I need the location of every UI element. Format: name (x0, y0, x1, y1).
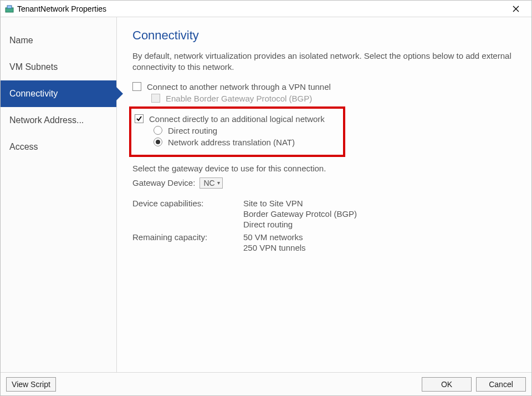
checkbox-icon (151, 94, 160, 103)
ok-button[interactable]: OK (422, 377, 472, 392)
radio-direct-routing[interactable]: Direct routing (135, 126, 337, 135)
page-heading: Connectivity (132, 28, 518, 43)
option-label: Enable Border Gateway Protocol (BGP) (166, 94, 312, 103)
capability-value: Direct routing (243, 220, 357, 229)
capacity-value: 50 VM networks (243, 232, 306, 242)
capacity-value: 250 VPN tunnels (243, 243, 306, 252)
sidebar-item-label: Name (9, 35, 33, 45)
sidebar-item-vm-subnets[interactable]: VM Subnets (1, 54, 116, 80)
option-vpn-tunnel[interactable]: Connect to another network through a VPN… (132, 82, 518, 92)
svg-rect-1 (7, 6, 12, 8)
capability-value: Site to Site VPN (243, 199, 357, 208)
remaining-capacity-values: 50 VM networks 250 VPN tunnels (243, 232, 306, 252)
chevron-down-icon: ▾ (217, 180, 220, 186)
window-title: TenantNetwork Properties (17, 4, 106, 13)
select-value: NC (203, 179, 214, 187)
option-label: Connect to another network through a VPN… (147, 82, 331, 92)
gateway-device-label: Gateway Device: (132, 178, 195, 187)
device-capabilities-label: Device capabilities: (132, 199, 243, 229)
sidebar-item-label: Access (9, 142, 38, 152)
option-enable-bgp: Enable Border Gateway Protocol (BGP) (132, 94, 518, 103)
radio-icon (154, 138, 162, 146)
view-script-button[interactable]: View Script (6, 377, 56, 392)
capability-value: Border Gateway Protcol (BGP) (243, 209, 357, 219)
sidebar-item-access[interactable]: Access (1, 134, 116, 160)
sidebar-item-network-address[interactable]: Network Address... (1, 107, 116, 134)
sidebar-item-label: Network Address... (9, 115, 84, 125)
gateway-instruction: Select the gateway device to use for thi… (132, 164, 518, 173)
device-capabilities-values: Site to Site VPN Border Gateway Protcol … (243, 199, 357, 229)
option-label: Direct routing (168, 126, 217, 135)
main-panel: Connectivity By default, network virtual… (117, 17, 531, 372)
app-icon (5, 4, 14, 13)
dialog-footer: View Script OK Cancel (1, 372, 531, 395)
properties-dialog: TenantNetwork Properties Name VM Subnets… (0, 0, 532, 396)
option-connect-directly[interactable]: Connect directly to an additional logica… (135, 114, 337, 124)
checkbox-icon (135, 114, 144, 123)
close-icon (513, 6, 519, 12)
cancel-button[interactable]: Cancel (476, 377, 526, 392)
sidebar-item-connectivity[interactable]: Connectivity (1, 80, 116, 107)
titlebar: TenantNetwork Properties (1, 1, 531, 17)
checkbox-icon (132, 82, 141, 91)
option-label: Connect directly to an additional logica… (149, 114, 325, 124)
gateway-device-select[interactable]: NC ▾ (200, 177, 222, 189)
remaining-capacity-label: Remaining capacity: (132, 232, 243, 252)
close-button[interactable] (505, 1, 527, 17)
radio-icon (154, 126, 162, 135)
radio-nat[interactable]: Network address translation (NAT) (135, 138, 337, 147)
sidebar: Name VM Subnets Connectivity Network Add… (1, 17, 117, 372)
sidebar-item-label: VM Subnets (9, 62, 58, 72)
sidebar-item-label: Connectivity (9, 89, 58, 99)
sidebar-item-name[interactable]: Name (1, 27, 116, 54)
page-description: By default, network virtualization provi… (132, 50, 518, 73)
highlighted-section: Connect directly to an additional logica… (129, 106, 345, 157)
option-label: Network address translation (NAT) (168, 138, 295, 147)
